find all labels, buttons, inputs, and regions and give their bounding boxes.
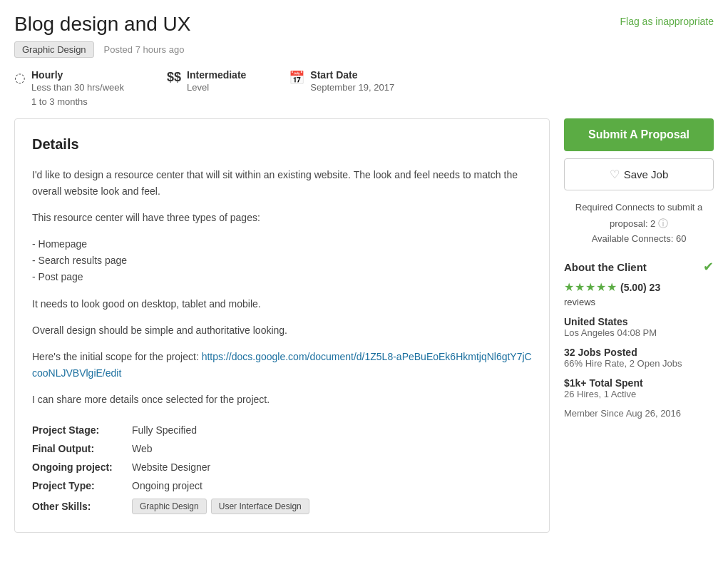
details-list: - Homepage - Search results page - Post … [32,236,532,285]
final-output-value: Web [132,443,153,454]
skill-badge-graphic-design: Graphic Design [132,499,207,514]
details-heading: Details [32,136,532,153]
details-para1: I'd like to design a resource center tha… [32,167,532,200]
connects-text: Required Connects to submit a proposal: … [575,202,702,229]
level-symbol: $$ [167,70,181,85]
calendar-icon: 📅 [289,70,304,86]
other-skills-row: Other Skills: Graphic Design User Interf… [32,495,532,518]
details-para3: It needs to look good on desktop, tablet… [32,296,532,312]
final-output-label: Final Output: [32,443,132,454]
hourly-sub2: 1 to 3 months [31,95,124,109]
start-label: Start Date [310,69,394,81]
project-meta: Project Stage: Fully Specified Final Out… [32,421,532,518]
client-spent: $1k+ Total Spent 26 Hires, 1 Active [564,377,714,399]
skill-badge-ui-design: User Interface Design [211,499,309,514]
flag-inappropriate-link[interactable]: Flag as inappropriate [620,13,714,27]
about-client-section: About the Client ✔ ★★★★★ (5.00) 23 revie… [564,259,714,419]
submit-proposal-button[interactable]: Submit A Proposal [564,118,714,151]
connects-info-icon[interactable]: ⓘ [658,218,668,229]
hourly-sub1: Less than 30 hrs/week [31,81,124,95]
start-date-info: 📅 Start Date September 19, 2017 [289,69,394,95]
rating-value: (5.00) [620,282,647,293]
save-job-button[interactable]: ♡ Save Job [564,158,714,190]
project-stage-label: Project Stage: [32,424,132,436]
save-job-label: Save Job [624,168,669,180]
ongoing-project-value: Website Designer [132,461,210,473]
client-location: United States Los Angeles 04:08 PM [564,316,714,338]
connects-box: Required Connects to submit a proposal: … [564,200,714,246]
reviews-label: reviews [564,297,714,307]
member-since: Member Since Aug 26, 2016 [564,408,714,419]
hires: 26 Hires, 1 Active [564,389,714,399]
stars: ★★★★★ [564,280,617,294]
project-stage-value: Fully Specified [132,424,197,436]
about-client-title: About the Client [564,261,647,273]
total-spent-label: $1k+ Total Spent [564,377,714,389]
scope-prefix: Here's the initial scope for the project… [32,351,202,362]
category-tag: Graphic Design [14,41,94,58]
client-member-since: Member Since Aug 26, 2016 [564,408,714,419]
clock-icon: ◌ [14,70,26,86]
client-jobs: 32 Jobs Posted 66% Hire Rate, 2 Open Job… [564,347,714,369]
hire-rate: 66% Hire Rate, 2 Open Jobs [564,358,714,369]
project-type-label: Project Type: [32,480,132,491]
posted-time: Posted 7 hours ago [104,44,185,55]
level-label: Intermediate [187,69,246,81]
level-info: $$ Intermediate Level [167,69,246,95]
available-connects: Available Connects: 60 [592,233,687,244]
verified-icon: ✔ [703,259,714,275]
jobs-posted-label: 32 Jobs Posted [564,347,714,358]
location-country: United States [564,316,714,327]
ongoing-project-label: Ongoing project: [32,461,132,473]
right-sidebar: Submit A Proposal ♡ Save Job Required Co… [564,118,714,419]
details-para4: Overall design should be simple and auth… [32,322,532,339]
details-para5: I can share more details once selected f… [32,392,532,408]
rating-row: ★★★★★ (5.00) 23 [564,280,714,294]
details-scope: Here's the initial scope for the project… [32,349,532,382]
page-title: Blog design and UX [14,13,191,36]
project-type-value: Ongoing project [132,480,202,491]
other-skills-label: Other Skills: [32,501,132,512]
heart-icon: ♡ [610,168,620,181]
hourly-label: Hourly [31,69,124,81]
details-para2: This resource center will have three typ… [32,210,532,226]
review-count: 23 [650,282,661,293]
level-sub: Level [187,81,246,95]
details-panel: Details I'd like to design a resource ce… [14,118,550,533]
start-date: September 19, 2017 [310,81,394,95]
hourly-info: ◌ Hourly Less than 30 hrs/week 1 to 3 mo… [14,69,124,108]
location-city-time: Los Angeles 04:08 PM [564,327,714,338]
